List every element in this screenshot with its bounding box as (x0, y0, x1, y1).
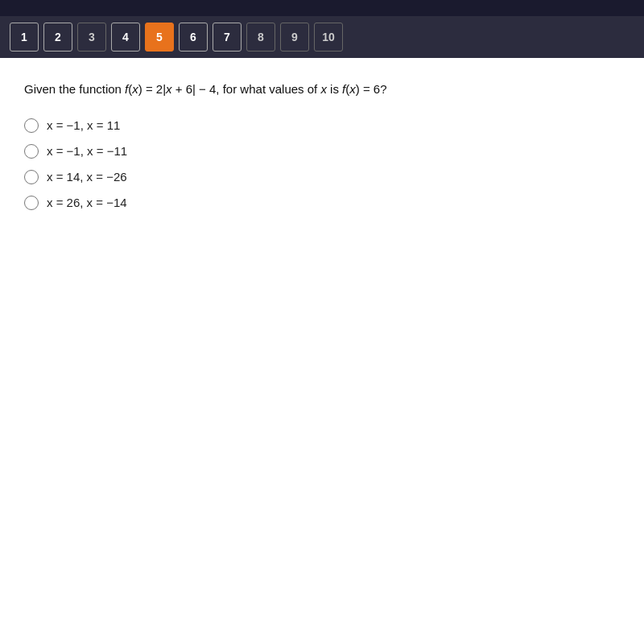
option-label-4: x = 26, x = −14 (47, 196, 127, 209)
nav-button-1[interactable]: 1 (10, 23, 39, 52)
content-area: Given the function f(x) = 2|x + 6| − 4, … (0, 58, 644, 226)
radio-opt3[interactable] (24, 170, 39, 184)
nav-button-9[interactable]: 9 (280, 23, 309, 52)
option-item-2[interactable]: x = −1, x = −11 (24, 144, 620, 159)
option-item-1[interactable]: x = −1, x = 11 (24, 118, 620, 133)
nav-button-6[interactable]: 6 (179, 23, 208, 52)
option-label-1: x = −1, x = 11 (47, 118, 120, 132)
nav-button-10[interactable]: 10 (314, 23, 343, 52)
options-list: x = −1, x = 11x = −1, x = −11x = 14, x =… (24, 118, 620, 210)
radio-opt1[interactable] (24, 118, 39, 133)
nav-button-8[interactable]: 8 (246, 23, 275, 52)
radio-opt4[interactable] (24, 196, 39, 210)
option-label-2: x = −1, x = −11 (47, 144, 127, 158)
option-item-3[interactable]: x = 14, x = −26 (24, 170, 620, 184)
nav-button-4[interactable]: 4 (111, 23, 140, 52)
header (0, 0, 644, 16)
question-text: Given the function f(x) = 2|x + 6| − 4, … (24, 80, 620, 99)
nav-button-5[interactable]: 5 (145, 23, 174, 52)
nav-bar: 12345678910 (0, 16, 644, 58)
option-item-4[interactable]: x = 26, x = −14 (24, 196, 620, 210)
nav-button-7[interactable]: 7 (213, 23, 242, 52)
radio-opt2[interactable] (24, 144, 39, 159)
nav-button-2[interactable]: 2 (43, 23, 72, 52)
option-label-3: x = 14, x = −26 (47, 170, 127, 184)
nav-button-3[interactable]: 3 (77, 23, 106, 52)
